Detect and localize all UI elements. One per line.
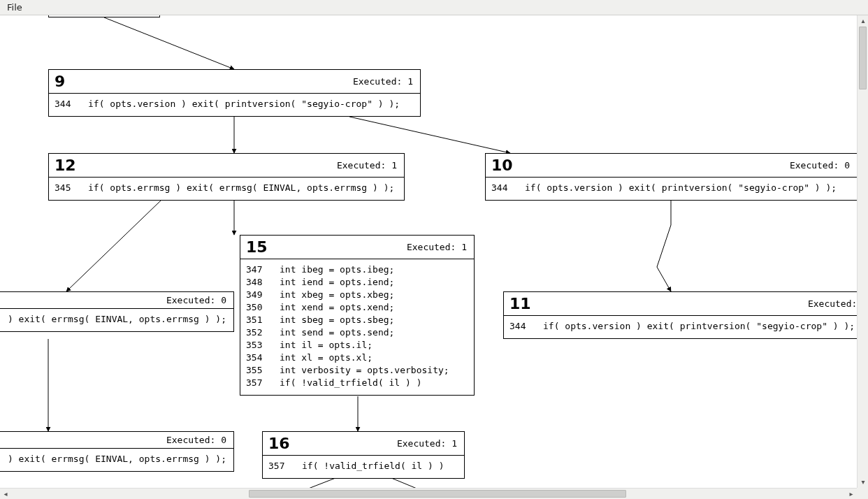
code-line: if( opts.version ) exit( printversion( "… (88, 98, 400, 110)
cfg-node-nc2[interactable]: Executed: 0) exit( errmsg( EINVAL, opts.… (0, 431, 234, 472)
line-number: 345 (55, 182, 88, 194)
hscroll-track[interactable] (11, 489, 846, 499)
edge (657, 201, 671, 291)
code-line: ) exit( errmsg( EINVAL, opts.errmsg ) ); (8, 313, 226, 326)
code-line: if( !valid_trfield( il ) ) (280, 377, 422, 389)
code-line: int xl = opts.xl; (280, 352, 372, 364)
graph-viewport[interactable]: 9Executed: 1344if( opts.version ) exit( … (0, 15, 857, 488)
code-line: if( opts.version ) exit( printversion( "… (525, 182, 837, 194)
edge (391, 478, 447, 488)
code-line: int ibeg = opts.ibeg; (280, 263, 394, 276)
line-number: 347 (246, 263, 280, 276)
cfg-node-9[interactable]: 9Executed: 1344if( opts.version ) exit( … (48, 69, 421, 117)
hscroll-thumb[interactable] (249, 490, 626, 498)
code-line: if( opts.version ) exit( printversion( "… (543, 320, 855, 333)
scroll-down-icon[interactable]: ▾ (858, 477, 868, 488)
graph-canvas[interactable]: 9Executed: 1344if( opts.version ) exit( … (0, 15, 857, 488)
edge (104, 17, 234, 69)
node-body: 345if( opts.errmsg ) exit( errmsg( EINVA… (49, 178, 404, 200)
menubar: File (0, 0, 868, 15)
line-number: 349 (246, 289, 280, 301)
code-line: int sbeg = opts.sbeg; (280, 314, 394, 326)
code-line: ) exit( errmsg( EINVAL, opts.errmsg ) ); (8, 453, 226, 465)
line-number: 355 (246, 364, 280, 377)
code-line: int xbeg = opts.xbeg; (280, 289, 394, 301)
line-number: 354 (246, 352, 280, 364)
executed-count: Executed: 0 (166, 295, 226, 305)
edge (276, 478, 335, 488)
code-line: if( !valid_trfield( il ) ) (302, 460, 444, 472)
node-id: 9 (55, 73, 65, 90)
line-number: 344 (491, 182, 525, 194)
node-body: 347int ibeg = opts.ibeg;348int iend = op… (240, 259, 474, 395)
edge (349, 117, 510, 153)
node-body: 344if( opts.version ) exit( printversion… (486, 178, 857, 200)
scroll-left-icon[interactable]: ◂ (0, 489, 11, 499)
code-line: int verbosity = opts.verbosity; (280, 364, 449, 377)
cfg-node-nc1[interactable]: Executed: 0) exit( errmsg( EINVAL, opts.… (0, 291, 234, 332)
code-line: int send = opts.send; (280, 326, 394, 339)
line-number: 344 (509, 320, 543, 333)
menu-file[interactable]: File (6, 2, 24, 13)
cfg-node-ntop[interactable] (48, 15, 160, 17)
cfg-node-10[interactable]: 10Executed: 0344if( opts.version ) exit(… (485, 153, 857, 201)
code-line: int xend = opts.xend; (280, 301, 394, 314)
cfg-node-12[interactable]: 12Executed: 1345if( opts.errmsg ) exit( … (48, 153, 405, 201)
node-id: 15 (246, 238, 268, 256)
cfg-node-11[interactable]: 11Executed: 0344if( opts.version ) exit(… (503, 291, 857, 339)
executed-count: Executed: 1 (407, 242, 467, 252)
vertical-scrollbar[interactable]: ▴ ▾ (857, 15, 868, 488)
node-body: ) exit( errmsg( EINVAL, opts.errmsg ) ); (0, 449, 233, 471)
line-number: 357 (246, 377, 280, 389)
node-body: 344if( opts.version ) exit( printversion… (49, 94, 420, 116)
vscroll-thumb[interactable] (859, 27, 867, 89)
horizontal-scrollbar[interactable]: ◂ ▸ (0, 488, 857, 499)
executed-count: Executed: 1 (397, 438, 457, 449)
scrollbar-corner (857, 488, 868, 499)
node-id: 12 (55, 157, 76, 174)
line-number: 348 (246, 276, 280, 289)
cfg-node-16[interactable]: 16Executed: 1357if( !valid_trfield( il )… (262, 431, 465, 479)
executed-count: Executed: 0 (166, 435, 226, 445)
code-line: int il = opts.il; (280, 339, 372, 352)
executed-count: Executed: 0 (808, 298, 857, 309)
line-number: 353 (246, 339, 280, 352)
code-line: int iend = opts.iend; (280, 276, 394, 289)
line-number: 351 (246, 314, 280, 326)
node-body: ) exit( errmsg( EINVAL, opts.errmsg ) ); (0, 309, 233, 331)
vscroll-track[interactable] (858, 27, 868, 477)
node-body: 344if( opts.version ) exit( printversion… (504, 316, 857, 338)
line-number: 357 (268, 460, 302, 472)
node-body: 357if( !valid_trfield( il ) ) (263, 456, 464, 478)
node-id: 11 (509, 295, 531, 312)
executed-count: Executed: 0 (790, 160, 850, 171)
scroll-up-icon[interactable]: ▴ (858, 15, 868, 27)
code-line: if( opts.errmsg ) exit( errmsg( EINVAL, … (88, 182, 394, 194)
node-id: 16 (268, 435, 290, 452)
edge (66, 201, 161, 291)
node-id: 10 (491, 157, 513, 174)
line-number: 352 (246, 326, 280, 339)
cfg-node-15[interactable]: 15Executed: 1347int ibeg = opts.ibeg;348… (240, 235, 475, 396)
line-number: 344 (55, 98, 88, 110)
line-number: 350 (246, 301, 280, 314)
executed-count: Executed: 1 (353, 76, 413, 87)
executed-count: Executed: 1 (337, 160, 397, 171)
scroll-right-icon[interactable]: ▸ (846, 489, 857, 499)
